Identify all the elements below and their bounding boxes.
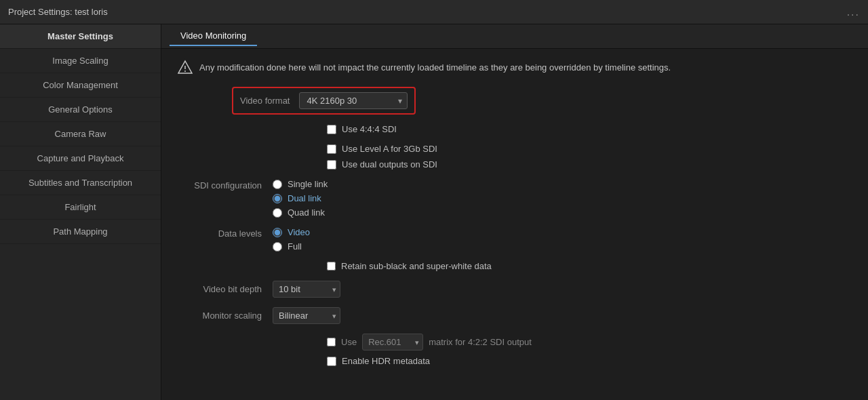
sidebar-item-path-mapping[interactable]: Path Mapping xyxy=(0,220,161,244)
sidebar-item-color-management[interactable]: Color Management xyxy=(0,73,161,98)
sdi-dual-link-row: Dual link xyxy=(273,193,328,203)
enable-hdr-label[interactable]: Enable HDR metadata xyxy=(342,356,430,366)
warning-banner: Any modification done here will not impa… xyxy=(178,60,852,75)
data-levels-video-label[interactable]: Video xyxy=(288,227,310,237)
monitor-scaling-label: Monitor scaling xyxy=(178,311,273,321)
video-bit-depth-select[interactable]: 10 bit 8 bit 12 bit xyxy=(273,281,340,298)
video-bit-depth-select-wrapper: 10 bit 8 bit 12 bit xyxy=(273,281,340,298)
use-level-a-checkbox[interactable] xyxy=(327,144,336,154)
sdi-config-radio-group: Single link Dual link Quad link xyxy=(273,179,328,218)
retain-sub-black-label[interactable]: Retain sub-black and super-white data xyxy=(341,261,492,271)
use-dual-outputs-label[interactable]: Use dual outputs on SDI xyxy=(342,159,437,169)
video-bit-depth-label: Video bit depth xyxy=(178,284,273,294)
tab-video-monitoring[interactable]: Video Monitoring xyxy=(170,26,257,46)
sdi-config-label: SDI configuration xyxy=(178,179,273,191)
hdr-row: Enable HDR metadata xyxy=(327,356,852,366)
sidebar-item-fairlight[interactable]: Fairlight xyxy=(0,195,161,220)
video-format-dropdown-wrapper: 4K 2160p 30 4K 2160p 25 4K 2160p 24 1080… xyxy=(299,92,408,109)
use-444-sdi-checkbox[interactable] xyxy=(327,125,336,134)
sdi-quad-link-row: Quad link xyxy=(273,207,328,218)
enable-hdr-checkbox[interactable] xyxy=(327,357,336,366)
use-444-sdi-label[interactable]: Use 4:4:4 SDI xyxy=(342,124,397,134)
data-levels-radio-group: Video Full xyxy=(273,227,310,252)
sdi-quad-link-radio[interactable] xyxy=(273,208,282,218)
sdi-single-link-row: Single link xyxy=(273,179,328,189)
matrix-row: Use Rec.601 Rec.709 Rec.2020 matrix for … xyxy=(327,334,852,351)
data-levels-full-radio[interactable] xyxy=(273,242,282,252)
use-matrix-checkbox[interactable] xyxy=(327,338,336,346)
content-body: Any modification done here will not impa… xyxy=(161,49,868,400)
sidebar-section-title: Master Settings xyxy=(0,24,161,49)
sdi-quad-link-label[interactable]: Quad link xyxy=(288,207,325,218)
use-level-a-label[interactable]: Use Level A for 3Gb SDI xyxy=(342,144,437,154)
video-format-select[interactable]: 4K 2160p 30 4K 2160p 25 4K 2160p 24 1080… xyxy=(299,92,408,109)
sidebar-item-camera-raw[interactable]: Camera Raw xyxy=(0,122,161,146)
main-layout: Master Settings Image Scaling Color Mana… xyxy=(0,24,868,400)
warning-text: Any modification done here will not impa… xyxy=(199,62,671,73)
sidebar-item-capture-playback[interactable]: Capture and Playback xyxy=(0,146,161,171)
tab-bar: Video Monitoring xyxy=(161,24,868,49)
title-bar-dots: ... xyxy=(847,6,860,18)
sdi-single-link-label[interactable]: Single link xyxy=(288,179,328,189)
title-bar: Project Settings: test loris ... xyxy=(0,0,868,24)
sidebar-item-subtitles-transcription[interactable]: Subtitles and Transcription xyxy=(0,171,161,195)
sidebar-item-general-options[interactable]: General Options xyxy=(0,98,161,122)
data-levels-video-row: Video xyxy=(273,227,310,237)
video-format-label: Video format xyxy=(240,96,290,106)
retain-sub-black-checkbox[interactable] xyxy=(327,262,336,271)
title-bar-text: Project Settings: test loris xyxy=(8,7,108,17)
video-bit-depth-row: Video bit depth 10 bit 8 bit 12 bit xyxy=(178,281,852,298)
sdi-dual-link-radio[interactable] xyxy=(273,194,282,203)
data-levels-full-label[interactable]: Full xyxy=(288,241,302,252)
matrix-select[interactable]: Rec.601 Rec.709 Rec.2020 xyxy=(362,334,423,351)
warning-icon xyxy=(178,60,193,75)
sidebar-item-image-scaling[interactable]: Image Scaling xyxy=(0,49,161,73)
sdi-single-link-radio[interactable] xyxy=(273,180,282,189)
use-444-sdi-row: Use 4:4:4 SDI xyxy=(327,124,852,134)
use-level-a-row: Use Level A for 3Gb SDI xyxy=(327,144,852,154)
matrix-select-wrapper: Rec.601 Rec.709 Rec.2020 xyxy=(362,334,423,351)
data-levels-label: Data levels xyxy=(178,227,273,239)
svg-point-2 xyxy=(184,71,186,72)
sidebar: Master Settings Image Scaling Color Mana… xyxy=(0,24,161,400)
retain-row: Retain sub-black and super-white data xyxy=(327,261,852,271)
use-dual-outputs-row: Use dual outputs on SDI xyxy=(327,159,852,169)
monitor-scaling-select[interactable]: Bilinear Bicubic Nearest xyxy=(273,307,340,324)
sdi-dual-link-label[interactable]: Dual link xyxy=(288,193,321,203)
sdi-config-row: SDI configuration Single link Dual link … xyxy=(178,179,852,218)
monitor-scaling-row: Monitor scaling Bilinear Bicubic Nearest xyxy=(178,307,852,324)
data-levels-video-radio[interactable] xyxy=(273,228,282,237)
matrix-use-label[interactable]: Use xyxy=(341,337,357,347)
video-format-row: Video format 4K 2160p 30 4K 2160p 25 4K … xyxy=(232,87,416,115)
matrix-suffix-label: matrix for 4:2:2 SDI output xyxy=(429,337,532,347)
data-levels-full-row: Full xyxy=(273,241,310,252)
data-levels-row: Data levels Video Full xyxy=(178,227,852,252)
use-dual-outputs-checkbox[interactable] xyxy=(327,160,336,169)
content-area: Video Monitoring Any modification done h… xyxy=(161,24,868,400)
monitor-scaling-select-wrapper: Bilinear Bicubic Nearest xyxy=(273,307,340,324)
